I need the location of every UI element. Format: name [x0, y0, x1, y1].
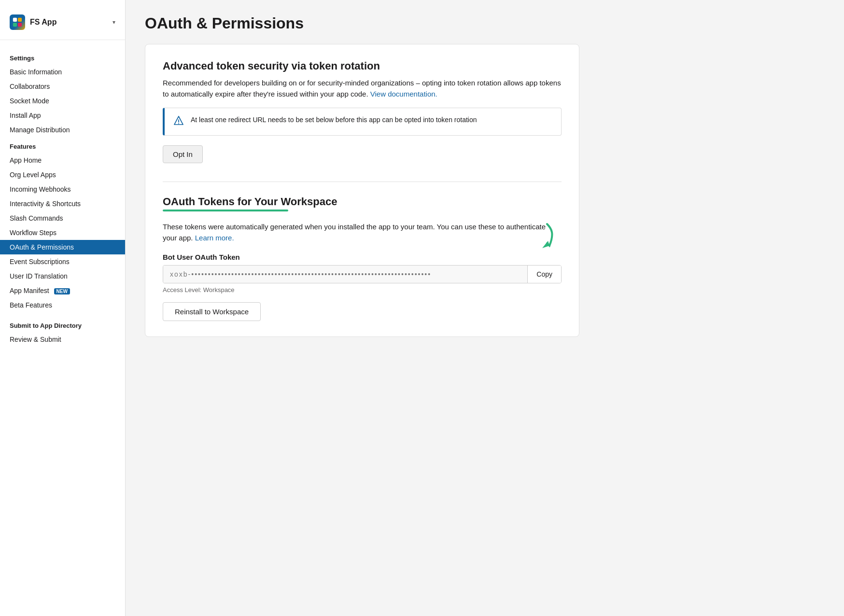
section-divider [163, 182, 562, 182]
app-selector[interactable]: FS App ▾ [0, 10, 125, 40]
info-box: At least one redirect URL needs to be se… [163, 108, 562, 136]
sidebar-item-workflow-steps[interactable]: Workflow Steps [0, 225, 125, 240]
main-content: OAuth & Permissions Advanced token secur… [126, 0, 844, 616]
sidebar-item-socket-mode[interactable]: Socket Mode [0, 94, 125, 108]
sidebar-item-user-id-translation[interactable]: User ID Translation [0, 269, 125, 283]
svg-rect-0 [13, 18, 17, 22]
sidebar-item-interactivity-shortcuts[interactable]: Interactivity & Shortcuts [0, 196, 125, 211]
bot-token-label: Bot User OAuth Token [163, 253, 562, 261]
access-level-label: Access Level: Workspace [163, 286, 562, 294]
token-security-title: Advanced token security via token rotati… [163, 60, 562, 72]
sidebar-item-slash-commands[interactable]: Slash Commands [0, 211, 125, 225]
svg-rect-1 [18, 18, 22, 22]
sidebar-item-app-manifest[interactable]: App Manifest NEW [0, 283, 125, 298]
submit-section-label: Submit to App Directory [0, 316, 125, 332]
token-input-row: Copy [163, 265, 562, 283]
sidebar-item-oauth-permissions[interactable]: OAuth & Permissions [0, 240, 125, 254]
app-name-label: FS App [30, 18, 108, 27]
sidebar: FS App ▾ Settings Basic Information Coll… [0, 0, 126, 616]
warning-icon [173, 115, 184, 128]
svg-rect-3 [18, 23, 22, 27]
token-security-desc: Recommended for developers building on o… [163, 77, 562, 100]
sidebar-item-collaborators[interactable]: Collaborators [0, 79, 125, 94]
reinstall-button[interactable]: Reinstall to Workspace [163, 302, 261, 321]
title-underline [163, 210, 288, 211]
sidebar-item-incoming-webhooks[interactable]: Incoming Webhooks [0, 182, 125, 196]
sidebar-item-manage-distribution[interactable]: Manage Distribution [0, 123, 125, 137]
sidebar-item-install-app[interactable]: Install App [0, 108, 125, 123]
bot-token-input[interactable] [163, 266, 527, 283]
sidebar-item-review-submit[interactable]: Review & Submit [0, 332, 125, 347]
settings-section-label: Settings [0, 49, 125, 65]
token-input-section: Bot User OAuth Token Copy Access Level: … [163, 253, 562, 294]
app-icon [10, 14, 25, 30]
sidebar-item-app-home[interactable]: App Home [0, 153, 125, 168]
sidebar-item-org-level-apps[interactable]: Org Level Apps [0, 168, 125, 182]
oauth-tokens-title: OAuth Tokens for Your Workspace [163, 196, 562, 218]
opt-in-button[interactable]: Opt In [163, 145, 203, 163]
copy-button[interactable]: Copy [527, 266, 561, 283]
view-documentation-link[interactable]: View documentation. [370, 90, 437, 98]
tokens-desc: These tokens were automatically generate… [163, 221, 562, 244]
page-title: OAuth & Permissions [145, 14, 825, 32]
sidebar-item-beta-features[interactable]: Beta Features [0, 298, 125, 312]
sidebar-item-event-subscriptions[interactable]: Event Subscriptions [0, 254, 125, 269]
info-box-text: At least one redirect URL needs to be se… [191, 115, 477, 125]
svg-point-5 [178, 123, 179, 124]
features-section-label: Features [0, 137, 125, 153]
new-badge: NEW [54, 288, 70, 294]
dropdown-arrow-icon: ▾ [113, 19, 115, 26]
content-card: Advanced token security via token rotati… [145, 44, 579, 337]
learn-more-link[interactable]: Learn more. [195, 234, 234, 242]
svg-rect-2 [13, 23, 17, 27]
sidebar-item-basic-information[interactable]: Basic Information [0, 65, 125, 79]
